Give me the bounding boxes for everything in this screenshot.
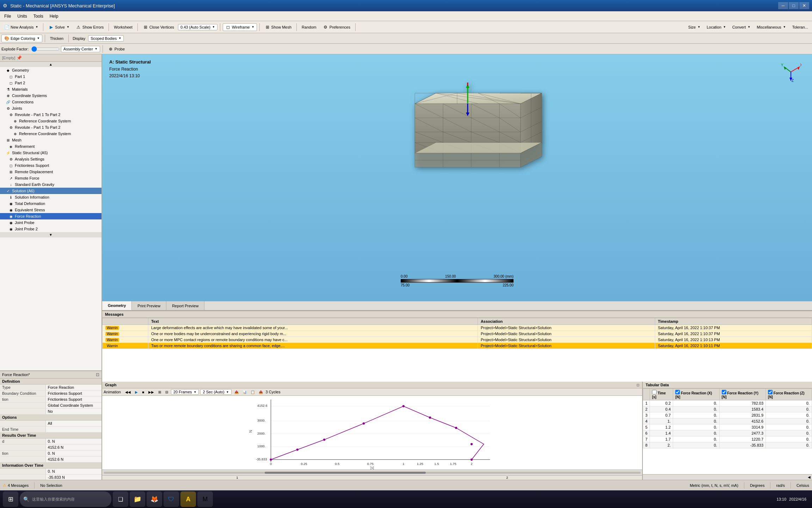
taskbar-windows-security[interactable]: 🛡	[164, 491, 179, 507]
export-btn4[interactable]: 📤	[257, 389, 264, 395]
close-button[interactable]: ✕	[799, 2, 809, 9]
tree-item-coordinate-systems[interactable]: ⊕ Coordinate Systems	[0, 92, 102, 99]
layout-btn2[interactable]: ⊟	[164, 389, 170, 395]
rewind-button[interactable]: ◀◀	[124, 389, 132, 395]
fz-checkbox[interactable]	[768, 390, 773, 394]
tree-item-part2[interactable]: ◻ Part 2	[0, 80, 102, 86]
size-button[interactable]: Size ▼	[686, 24, 703, 30]
auto-scale-dropdown[interactable]: 0.43 (Auto Scale) ▼	[178, 24, 217, 30]
tree-item-analysis-settings[interactable]: ⚙ Analysis Settings	[0, 156, 102, 162]
location-button[interactable]: Location ▼	[704, 24, 728, 30]
menu-tools[interactable]: Tools	[31, 13, 46, 19]
taskbar-ansys[interactable]: A	[180, 491, 196, 507]
menu-units[interactable]: Units	[14, 13, 30, 19]
layout-btn1[interactable]: ⊞	[157, 389, 162, 395]
assembly-center-chevron: ▼	[95, 47, 98, 50]
show-errors-button[interactable]: ⚠ Show Errors	[73, 23, 106, 31]
preferences-button[interactable]: ⚙ Preferences	[320, 23, 353, 31]
stop-button[interactable]: ■	[141, 389, 146, 395]
tree-item-equivalent-stress[interactable]: ◉ Equivalent Stress	[0, 207, 102, 213]
menu-file[interactable]: File	[1, 13, 14, 19]
wireframe-dropdown[interactable]: ◻ Wireframe ▼	[223, 23, 257, 31]
msg-ts-2: Saturday, April 16, 2022 1:10:37 PM	[655, 331, 812, 337]
tab-report-preview[interactable]: Report Preview	[166, 301, 204, 310]
assembly-center-dropdown[interactable]: Assembly Center ▼	[61, 46, 100, 52]
scroll-up[interactable]: ▲	[0, 62, 102, 67]
scoped-bodies-dropdown[interactable]: Scoped Bodies ▼	[88, 35, 124, 42]
minimize-button[interactable]: ─	[778, 2, 788, 9]
frames-dropdown[interactable]: 20 Frames ▼	[171, 389, 199, 395]
data-point	[296, 448, 299, 450]
tree-item-remote-displacement[interactable]: ⊞ Remote Displacement	[0, 169, 102, 175]
random-button[interactable]: Random	[299, 24, 319, 30]
worksheet-button[interactable]: Worksheet	[111, 24, 135, 30]
convert-button[interactable]: Convert ▼	[730, 24, 753, 30]
tree-item-ref-coord-1[interactable]: ⊕ Reference Coordinate System	[0, 118, 102, 124]
taskbar-search[interactable]: 🔍 这里输入你要搜索的内容	[20, 491, 111, 507]
forward-button[interactable]: ▶▶	[147, 389, 155, 395]
show-mesh-button[interactable]: ⊞ Show Mesh	[262, 23, 294, 31]
fy-checkbox[interactable]	[722, 390, 726, 394]
tree-item-force-reaction[interactable]: ◉ Force Reaction	[0, 213, 102, 219]
tree-item-connections[interactable]: 🔗 Connections	[0, 99, 102, 105]
tree-item-part1[interactable]: ◻ Part 1	[0, 73, 102, 80]
taskbar-start[interactable]: ⊞	[3, 491, 18, 507]
scroll-down[interactable]: ▼	[0, 232, 102, 237]
sec-dropdown[interactable]: 2 Sec (Auto) ▼	[200, 389, 231, 395]
solve-icon: ▶	[48, 24, 54, 30]
export-btn2[interactable]: 📊	[241, 389, 248, 395]
miscellaneous-button[interactable]: Miscellaneous ▼	[754, 24, 788, 30]
tree-item-refinement[interactable]: ◈ Refinement	[0, 143, 102, 150]
graph-scrollbar[interactable]	[102, 470, 642, 475]
tree-item-ref-coord-2[interactable]: ⊕ Reference Coordinate System	[0, 131, 102, 137]
scrollbar-thumb[interactable]	[265, 472, 426, 474]
tolerance-button[interactable]: Toleran...	[790, 24, 811, 30]
maximize-button[interactable]: □	[789, 2, 799, 9]
pin-button[interactable]: 📌	[17, 55, 22, 60]
tree-item-materials[interactable]: ⚗ Materials	[0, 86, 102, 92]
viewport[interactable]: A: Static Structural Force Reaction 2022…	[102, 54, 812, 301]
sep6	[296, 23, 297, 31]
tree-item-remote-force[interactable]: ↗ Remote Force	[0, 175, 102, 181]
tab-geometry[interactable]: Geometry	[102, 301, 132, 310]
tree-item-joints[interactable]: ⚙ Joints	[0, 105, 102, 111]
export-btn1[interactable]: 📤	[233, 389, 240, 395]
new-analysis-button[interactable]: 📄 New Analysis ▼	[1, 23, 41, 31]
edge-coloring-dropdown[interactable]: 🎨 Edge Coloring ▼	[1, 35, 42, 42]
time-checkbox[interactable]	[652, 390, 657, 394]
tree-item-frictionless[interactable]: ◻ Frictionless Support	[0, 162, 102, 169]
tree-area[interactable]: ▲ ◆ Geometry ◻ Part 1 ◻ Part 2 ⚗ Materia…	[0, 62, 102, 370]
tabular-scroll-right[interactable]: ◀	[808, 475, 811, 479]
close-vertices-button[interactable]: ⊞ Close Vertices	[140, 23, 177, 31]
play-button[interactable]: ▶	[134, 389, 139, 395]
tab-fz-8: 0.	[766, 442, 812, 448]
menu-help[interactable]: Help	[47, 13, 61, 19]
tree-item-geometry[interactable]: ◆ Geometry	[0, 67, 102, 73]
explode-slider[interactable]	[31, 46, 60, 52]
tabular-scrollbar[interactable]: ◀	[643, 474, 812, 480]
tabular-table[interactable]: Time [s] Force Reaction (X) [N] Force Re…	[643, 388, 812, 474]
tree-item-revolute-1[interactable]: ⚙ Revolute - Part 1 To Part 2	[0, 111, 102, 118]
fx-checkbox[interactable]	[675, 390, 680, 394]
tree-item-revolute-2[interactable]: ⚙ Revolute - Part 1 To Part 2	[0, 124, 102, 131]
solve-button[interactable]: ▶ Solve ▼	[46, 23, 72, 31]
tab-time-3: 0.7	[650, 412, 673, 418]
tree-item-mesh[interactable]: ⊞ Mesh	[0, 137, 102, 143]
props-pin-button[interactable]: ⊡	[96, 372, 99, 377]
taskbar-firefox[interactable]: 🦊	[147, 491, 162, 507]
taskbar-gmail[interactable]: M	[197, 491, 213, 507]
taskbar-file-explorer[interactable]: 📁	[130, 491, 145, 507]
tree-item-solution[interactable]: ✓ Solution (A6)	[0, 188, 102, 194]
tree-item-static-structural[interactable]: ⚡ Static Structural (A5)	[0, 150, 102, 156]
tree-item-solution-info[interactable]: ℹ Solution Information	[0, 194, 102, 200]
thicken-button[interactable]: Thicken	[48, 35, 66, 42]
probe-button[interactable]: ⊕ Probe	[105, 45, 127, 53]
messages-table[interactable]: Text Association Timestamp Warnin Large …	[102, 318, 812, 382]
export-btn3[interactable]: 📋	[249, 389, 256, 395]
tree-item-total-deformation[interactable]: ◉ Total Deformation	[0, 200, 102, 207]
tree-item-gravity[interactable]: ↓ Standard Earth Gravity	[0, 181, 102, 188]
tree-item-joint-probe[interactable]: ◉ Joint Probe	[0, 219, 102, 226]
tab-print-preview[interactable]: Print Preview	[132, 301, 166, 310]
taskbar-task-view[interactable]: ❑	[113, 491, 128, 507]
tree-item-joint-probe-2[interactable]: ◉ Joint Probe 2	[0, 226, 102, 232]
